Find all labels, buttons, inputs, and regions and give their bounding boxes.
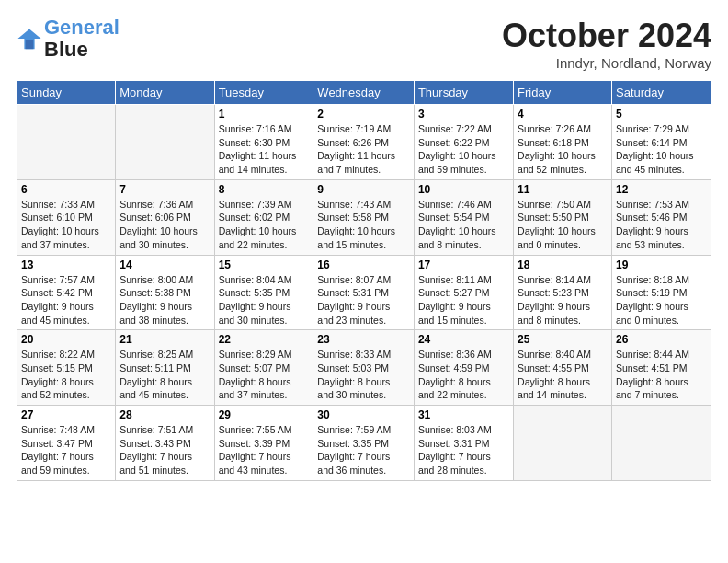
day-number: 11	[518, 183, 608, 196]
day-info: Sunrise: 7:16 AMSunset: 6:30 PMDaylight:…	[219, 122, 310, 177]
day-number: 7	[119, 183, 210, 196]
day-cell	[116, 105, 214, 180]
day-cell: 17Sunrise: 8:11 AMSunset: 5:27 PMDayligh…	[414, 255, 513, 330]
day-number: 1	[219, 108, 310, 121]
day-cell: 18Sunrise: 8:14 AMSunset: 5:23 PMDayligh…	[514, 255, 612, 330]
weekday-monday: Monday	[116, 81, 214, 105]
day-cell: 7Sunrise: 7:36 AMSunset: 6:06 PMDaylight…	[116, 179, 214, 255]
day-cell: 8Sunrise: 7:39 AMSunset: 6:02 PMDaylight…	[214, 179, 313, 255]
day-number: 19	[616, 259, 707, 271]
day-info: Sunrise: 7:33 AMSunset: 6:10 PMDaylight:…	[21, 198, 111, 252]
weekday-sunday: Sunday	[17, 81, 116, 105]
day-number: 28	[119, 408, 210, 421]
day-number: 5	[616, 108, 707, 121]
day-number: 21	[119, 333, 210, 346]
day-info: Sunrise: 7:29 AMSunset: 6:14 PMDaylight:…	[616, 122, 707, 177]
day-info: Sunrise: 8:22 AMSunset: 5:15 PMDaylight:…	[21, 348, 111, 402]
day-cell: 30Sunrise: 7:59 AMSunset: 3:35 PMDayligh…	[313, 406, 415, 481]
weekday-wednesday: Wednesday	[313, 81, 415, 105]
day-cell: 2Sunrise: 7:19 AMSunset: 6:26 PMDaylight…	[313, 105, 415, 180]
logo-icon	[17, 26, 42, 52]
weekday-tuesday: Tuesday	[214, 81, 313, 105]
day-number: 9	[317, 183, 410, 196]
day-info: Sunrise: 8:03 AMSunset: 3:31 PMDaylight:…	[418, 423, 509, 477]
week-row-0: 1Sunrise: 7:16 AMSunset: 6:30 PMDaylight…	[17, 105, 711, 180]
day-info: Sunrise: 7:39 AMSunset: 6:02 PMDaylight:…	[219, 198, 310, 252]
day-info: Sunrise: 7:59 AMSunset: 3:35 PMDaylight:…	[317, 423, 410, 477]
day-info: Sunrise: 8:00 AMSunset: 5:38 PMDaylight:…	[119, 273, 210, 327]
day-cell: 25Sunrise: 8:40 AMSunset: 4:55 PMDayligh…	[514, 330, 612, 406]
day-number: 13	[21, 259, 111, 271]
month-title: October 2024	[502, 17, 711, 55]
day-cell: 14Sunrise: 8:00 AMSunset: 5:38 PMDayligh…	[116, 255, 214, 330]
day-info: Sunrise: 8:29 AMSunset: 5:07 PMDaylight:…	[219, 348, 310, 402]
day-cell: 6Sunrise: 7:33 AMSunset: 6:10 PMDaylight…	[17, 179, 116, 255]
day-number: 3	[418, 108, 509, 121]
day-number: 20	[21, 333, 111, 346]
day-number: 12	[616, 183, 707, 196]
weekday-header-row: SundayMondayTuesdayWednesdayThursdayFrid…	[17, 81, 711, 105]
week-row-4: 27Sunrise: 7:48 AMSunset: 3:47 PMDayligh…	[17, 406, 711, 481]
day-cell	[514, 406, 612, 481]
day-number: 26	[616, 333, 707, 346]
day-cell: 21Sunrise: 8:25 AMSunset: 5:11 PMDayligh…	[116, 330, 214, 406]
day-info: Sunrise: 8:04 AMSunset: 5:35 PMDaylight:…	[219, 273, 310, 327]
day-cell: 28Sunrise: 7:51 AMSunset: 3:43 PMDayligh…	[116, 406, 214, 481]
day-cell: 31Sunrise: 8:03 AMSunset: 3:31 PMDayligh…	[414, 406, 513, 481]
day-info: Sunrise: 7:53 AMSunset: 5:46 PMDaylight:…	[616, 198, 707, 252]
day-number: 23	[317, 333, 410, 346]
day-number: 4	[518, 108, 608, 121]
day-cell: 26Sunrise: 8:44 AMSunset: 4:51 PMDayligh…	[611, 330, 711, 406]
weekday-friday: Friday	[514, 81, 612, 105]
day-info: Sunrise: 8:40 AMSunset: 4:55 PMDaylight:…	[518, 348, 608, 402]
day-cell: 23Sunrise: 8:33 AMSunset: 5:03 PMDayligh…	[313, 330, 415, 406]
day-number: 15	[219, 259, 310, 271]
day-number: 27	[21, 408, 111, 421]
day-number: 17	[418, 259, 509, 271]
day-cell: 13Sunrise: 7:57 AMSunset: 5:42 PMDayligh…	[17, 255, 116, 330]
svg-rect-1	[26, 40, 33, 50]
day-number: 22	[219, 333, 310, 346]
day-number: 6	[21, 183, 111, 196]
day-number: 14	[119, 259, 210, 271]
day-cell	[611, 406, 711, 481]
day-number: 2	[317, 108, 410, 121]
day-info: Sunrise: 8:18 AMSunset: 5:19 PMDaylight:…	[616, 273, 707, 327]
day-info: Sunrise: 7:36 AMSunset: 6:06 PMDaylight:…	[119, 198, 210, 252]
day-cell: 12Sunrise: 7:53 AMSunset: 5:46 PMDayligh…	[611, 179, 711, 255]
weekday-saturday: Saturday	[611, 81, 711, 105]
day-info: Sunrise: 8:44 AMSunset: 4:51 PMDaylight:…	[616, 348, 707, 402]
day-info: Sunrise: 8:14 AMSunset: 5:23 PMDaylight:…	[518, 273, 608, 327]
day-info: Sunrise: 8:07 AMSunset: 5:31 PMDaylight:…	[317, 273, 410, 327]
day-number: 31	[418, 408, 509, 421]
week-row-2: 13Sunrise: 7:57 AMSunset: 5:42 PMDayligh…	[17, 255, 711, 330]
day-number: 16	[317, 259, 410, 271]
day-info: Sunrise: 7:55 AMSunset: 3:39 PMDaylight:…	[219, 423, 310, 477]
day-cell: 29Sunrise: 7:55 AMSunset: 3:39 PMDayligh…	[214, 406, 313, 481]
day-info: Sunrise: 7:22 AMSunset: 6:22 PMDaylight:…	[418, 122, 509, 177]
day-cell: 1Sunrise: 7:16 AMSunset: 6:30 PMDaylight…	[214, 105, 313, 180]
calendar: SundayMondayTuesdayWednesdayThursdayFrid…	[17, 80, 711, 481]
logo-text: GeneralBlue	[44, 17, 119, 61]
day-info: Sunrise: 8:11 AMSunset: 5:27 PMDaylight:…	[418, 273, 509, 327]
day-cell: 20Sunrise: 8:22 AMSunset: 5:15 PMDayligh…	[17, 330, 116, 406]
day-cell: 22Sunrise: 8:29 AMSunset: 5:07 PMDayligh…	[214, 330, 313, 406]
day-info: Sunrise: 7:51 AMSunset: 3:43 PMDaylight:…	[119, 423, 210, 477]
week-row-3: 20Sunrise: 8:22 AMSunset: 5:15 PMDayligh…	[17, 330, 711, 406]
day-number: 8	[219, 183, 310, 196]
day-cell: 4Sunrise: 7:26 AMSunset: 6:18 PMDaylight…	[514, 105, 612, 180]
day-info: Sunrise: 8:25 AMSunset: 5:11 PMDaylight:…	[119, 348, 210, 402]
page: GeneralBlue October 2024 Inndyr, Nordlan…	[0, 0, 728, 490]
day-cell: 9Sunrise: 7:43 AMSunset: 5:58 PMDaylight…	[313, 179, 415, 255]
day-info: Sunrise: 7:50 AMSunset: 5:50 PMDaylight:…	[518, 198, 608, 252]
day-cell: 19Sunrise: 8:18 AMSunset: 5:19 PMDayligh…	[611, 255, 711, 330]
day-cell: 11Sunrise: 7:50 AMSunset: 5:50 PMDayligh…	[514, 179, 612, 255]
day-info: Sunrise: 8:36 AMSunset: 4:59 PMDaylight:…	[418, 348, 509, 402]
day-number: 10	[418, 183, 509, 196]
day-cell: 15Sunrise: 8:04 AMSunset: 5:35 PMDayligh…	[214, 255, 313, 330]
day-cell: 3Sunrise: 7:22 AMSunset: 6:22 PMDaylight…	[414, 105, 513, 180]
week-row-1: 6Sunrise: 7:33 AMSunset: 6:10 PMDaylight…	[17, 179, 711, 255]
day-number: 30	[317, 408, 410, 421]
day-number: 29	[219, 408, 310, 421]
day-cell: 27Sunrise: 7:48 AMSunset: 3:47 PMDayligh…	[17, 406, 116, 481]
